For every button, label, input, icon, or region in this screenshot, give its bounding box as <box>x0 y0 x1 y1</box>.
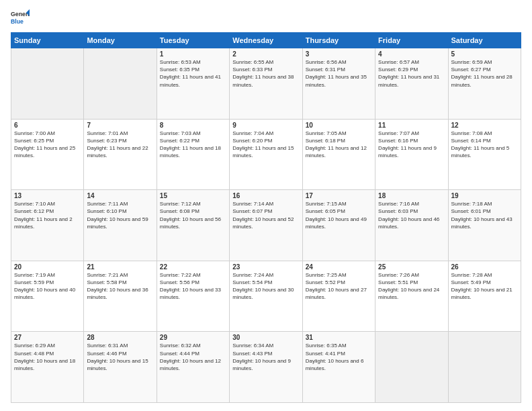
calendar-cell: 29Sunrise: 6:32 AM Sunset: 4:44 PM Dayli… <box>157 332 229 403</box>
day-info: Sunrise: 7:19 AM Sunset: 5:59 PM Dayligh… <box>14 271 81 302</box>
calendar-cell: 11Sunrise: 7:07 AM Sunset: 6:16 PM Dayli… <box>375 119 448 190</box>
day-number: 12 <box>451 122 518 129</box>
calendar-cell: 10Sunrise: 7:05 AM Sunset: 6:18 PM Dayli… <box>302 119 375 190</box>
day-number: 5 <box>451 50 518 58</box>
day-info: Sunrise: 7:16 AM Sunset: 6:03 PM Dayligh… <box>378 200 445 230</box>
day-number: 13 <box>14 192 81 199</box>
day-number: 6 <box>14 122 81 129</box>
calendar-cell: 9Sunrise: 7:04 AM Sunset: 6:20 PM Daylig… <box>230 119 302 190</box>
day-number: 31 <box>306 334 372 341</box>
calendar-cell: 17Sunrise: 7:15 AM Sunset: 6:05 PM Dayli… <box>302 190 375 261</box>
calendar-week-row: 27Sunrise: 6:29 AM Sunset: 4:48 PM Dayli… <box>11 332 521 403</box>
day-number: 24 <box>306 263 372 271</box>
day-info: Sunrise: 7:10 AM Sunset: 6:12 PM Dayligh… <box>14 200 81 230</box>
day-info: Sunrise: 7:24 AM Sunset: 5:54 PM Dayligh… <box>232 271 299 302</box>
calendar-cell <box>84 48 157 120</box>
logo-icon: General Blue <box>11 8 30 27</box>
day-info: Sunrise: 7:01 AM Sunset: 6:23 PM Dayligh… <box>87 130 153 160</box>
day-number: 16 <box>232 192 299 199</box>
day-number: 14 <box>87 192 153 199</box>
day-number: 20 <box>14 263 81 271</box>
day-number: 28 <box>87 334 153 341</box>
calendar-cell: 15Sunrise: 7:12 AM Sunset: 6:08 PM Dayli… <box>157 190 229 261</box>
calendar-cell: 31Sunrise: 6:35 AM Sunset: 4:41 PM Dayli… <box>302 332 375 403</box>
day-number: 4 <box>378 50 445 58</box>
day-info: Sunrise: 6:29 AM Sunset: 4:48 PM Dayligh… <box>14 342 81 372</box>
weekday-header: Monday <box>84 33 157 48</box>
calendar-cell: 5Sunrise: 6:59 AM Sunset: 6:27 PM Daylig… <box>448 48 521 120</box>
day-info: Sunrise: 7:00 AM Sunset: 6:25 PM Dayligh… <box>14 130 81 160</box>
weekday-header: Friday <box>375 33 448 48</box>
day-number: 15 <box>160 192 226 199</box>
day-info: Sunrise: 7:21 AM Sunset: 5:58 PM Dayligh… <box>87 271 153 302</box>
day-info: Sunrise: 7:04 AM Sunset: 6:20 PM Dayligh… <box>232 130 299 160</box>
calendar-cell: 20Sunrise: 7:19 AM Sunset: 5:59 PM Dayli… <box>11 261 84 332</box>
svg-text:General: General <box>11 11 30 17</box>
day-number: 10 <box>306 122 372 129</box>
day-number: 1 <box>160 50 226 58</box>
day-info: Sunrise: 7:14 AM Sunset: 6:07 PM Dayligh… <box>232 200 299 230</box>
logo: General Blue <box>11 8 30 27</box>
day-number: 30 <box>232 334 299 341</box>
day-number: 17 <box>306 192 372 199</box>
day-number: 29 <box>160 334 226 341</box>
calendar-cell: 26Sunrise: 7:28 AM Sunset: 5:49 PM Dayli… <box>448 261 521 332</box>
day-number: 19 <box>451 192 518 199</box>
day-number: 9 <box>232 122 299 129</box>
day-info: Sunrise: 7:11 AM Sunset: 6:10 PM Dayligh… <box>87 200 153 230</box>
day-info: Sunrise: 7:28 AM Sunset: 5:49 PM Dayligh… <box>451 271 518 302</box>
day-info: Sunrise: 7:18 AM Sunset: 6:01 PM Dayligh… <box>451 200 518 230</box>
calendar-cell: 27Sunrise: 6:29 AM Sunset: 4:48 PM Dayli… <box>11 332 84 403</box>
day-info: Sunrise: 7:08 AM Sunset: 6:14 PM Dayligh… <box>451 130 518 160</box>
weekday-header: Tuesday <box>157 33 229 48</box>
day-info: Sunrise: 7:05 AM Sunset: 6:18 PM Dayligh… <box>306 130 372 160</box>
day-info: Sunrise: 6:57 AM Sunset: 6:29 PM Dayligh… <box>378 58 445 89</box>
calendar-cell: 21Sunrise: 7:21 AM Sunset: 5:58 PM Dayli… <box>84 261 157 332</box>
calendar-cell: 1Sunrise: 6:53 AM Sunset: 6:35 PM Daylig… <box>157 48 229 120</box>
calendar-cell: 18Sunrise: 7:16 AM Sunset: 6:03 PM Dayli… <box>375 190 448 261</box>
day-info: Sunrise: 7:03 AM Sunset: 6:22 PM Dayligh… <box>160 130 226 160</box>
day-info: Sunrise: 6:34 AM Sunset: 4:43 PM Dayligh… <box>232 342 299 372</box>
calendar-cell <box>448 332 521 403</box>
day-info: Sunrise: 6:31 AM Sunset: 4:46 PM Dayligh… <box>87 342 153 372</box>
page-header: General Blue <box>11 8 521 27</box>
calendar-cell: 8Sunrise: 7:03 AM Sunset: 6:22 PM Daylig… <box>157 119 229 190</box>
day-info: Sunrise: 7:12 AM Sunset: 6:08 PM Dayligh… <box>160 200 226 230</box>
calendar-cell: 6Sunrise: 7:00 AM Sunset: 6:25 PM Daylig… <box>11 119 84 190</box>
day-number: 21 <box>87 263 153 271</box>
day-number: 11 <box>378 122 445 129</box>
calendar-cell: 30Sunrise: 6:34 AM Sunset: 4:43 PM Dayli… <box>230 332 302 403</box>
day-info: Sunrise: 7:25 AM Sunset: 5:52 PM Dayligh… <box>306 271 372 302</box>
day-number: 23 <box>232 263 299 271</box>
calendar-table: SundayMondayTuesdayWednesdayThursdayFrid… <box>11 32 521 403</box>
day-info: Sunrise: 6:55 AM Sunset: 6:33 PM Dayligh… <box>232 58 299 89</box>
day-number: 25 <box>378 263 445 271</box>
day-info: Sunrise: 7:22 AM Sunset: 5:56 PM Dayligh… <box>160 271 226 302</box>
calendar-week-row: 20Sunrise: 7:19 AM Sunset: 5:59 PM Dayli… <box>11 261 521 332</box>
day-info: Sunrise: 7:15 AM Sunset: 6:05 PM Dayligh… <box>306 200 372 230</box>
calendar-week-row: 13Sunrise: 7:10 AM Sunset: 6:12 PM Dayli… <box>11 190 521 261</box>
weekday-header: Sunday <box>11 33 84 48</box>
day-number: 2 <box>232 50 299 58</box>
calendar-cell: 12Sunrise: 7:08 AM Sunset: 6:14 PM Dayli… <box>448 119 521 190</box>
day-info: Sunrise: 6:32 AM Sunset: 4:44 PM Dayligh… <box>160 342 226 372</box>
calendar-cell: 3Sunrise: 6:56 AM Sunset: 6:31 PM Daylig… <box>302 48 375 120</box>
calendar-week-row: 1Sunrise: 6:53 AM Sunset: 6:35 PM Daylig… <box>11 48 521 120</box>
day-info: Sunrise: 6:53 AM Sunset: 6:35 PM Dayligh… <box>160 58 226 89</box>
calendar-cell: 16Sunrise: 7:14 AM Sunset: 6:07 PM Dayli… <box>230 190 302 261</box>
day-number: 3 <box>306 50 372 58</box>
calendar-cell <box>11 48 84 120</box>
day-info: Sunrise: 7:26 AM Sunset: 5:51 PM Dayligh… <box>378 271 445 302</box>
weekday-header: Thursday <box>302 33 375 48</box>
calendar-cell: 23Sunrise: 7:24 AM Sunset: 5:54 PM Dayli… <box>230 261 302 332</box>
svg-text:Blue: Blue <box>11 18 24 25</box>
calendar-week-row: 6Sunrise: 7:00 AM Sunset: 6:25 PM Daylig… <box>11 119 521 190</box>
weekday-header: Saturday <box>448 33 521 48</box>
day-number: 22 <box>160 263 226 271</box>
calendar-cell: 28Sunrise: 6:31 AM Sunset: 4:46 PM Dayli… <box>84 332 157 403</box>
calendar-cell: 2Sunrise: 6:55 AM Sunset: 6:33 PM Daylig… <box>230 48 302 120</box>
calendar-cell: 24Sunrise: 7:25 AM Sunset: 5:52 PM Dayli… <box>302 261 375 332</box>
day-number: 18 <box>378 192 445 199</box>
day-number: 26 <box>451 263 518 271</box>
calendar-cell: 22Sunrise: 7:22 AM Sunset: 5:56 PM Dayli… <box>157 261 229 332</box>
